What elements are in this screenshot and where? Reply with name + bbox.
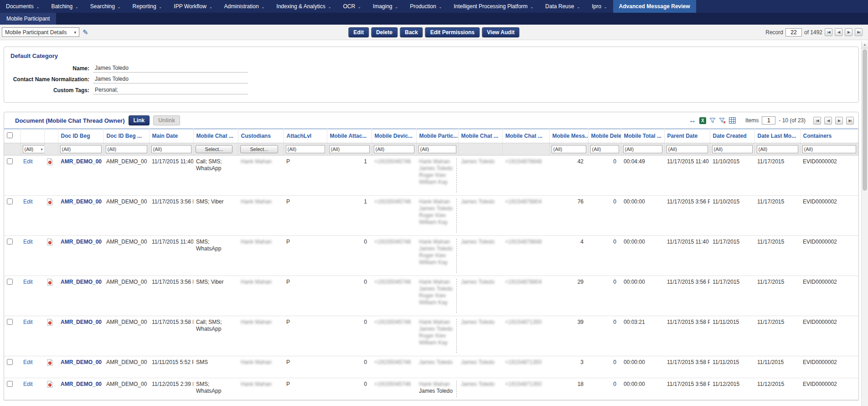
unlink-button[interactable]: Unlink — [153, 115, 180, 125]
filter-input-doc_id_beg[interactable] — [60, 145, 102, 153]
nav-item-ocr[interactable]: OCR⌄ — [337, 0, 367, 13]
filter-input-main_date[interactable] — [151, 145, 191, 153]
filter-icon[interactable] — [709, 117, 716, 124]
doc-id-link[interactable]: AMR_DEMO_00 — [61, 198, 102, 205]
nav-item-searching[interactable]: Searching⌄ — [84, 0, 127, 13]
col-header-mobile_chat_id[interactable]: Mobile Chat ... — [502, 129, 549, 143]
col-header-mobile_device[interactable]: Mobile Devic... — [372, 129, 416, 143]
col-header-custodians[interactable]: Custodians — [238, 129, 284, 143]
excel-export-icon[interactable]: X — [699, 117, 706, 124]
filter-input-mobile_messages[interactable] — [552, 145, 586, 153]
back-button[interactable]: Back — [400, 27, 423, 37]
nav-item-indexing-analytics[interactable]: Indexing & Analytics⌄ — [270, 0, 337, 13]
col-header-date_created[interactable]: Date Created — [710, 129, 754, 143]
filter-input-parent_date[interactable] — [666, 145, 708, 153]
last-record-button[interactable]: ▶| — [855, 28, 863, 36]
filter-input-date_created[interactable] — [712, 145, 753, 153]
nav-item-documents[interactable]: Documents⌄ — [0, 0, 45, 13]
view-audit-button[interactable]: View Audit — [482, 27, 520, 37]
select-all-checkbox[interactable] — [7, 132, 13, 138]
prev-page-button[interactable]: ◀ — [824, 117, 832, 125]
last-page-button[interactable]: ▶| — [846, 117, 854, 125]
edit-view-pencil-icon[interactable]: ✎ — [83, 28, 88, 36]
pdf-icon[interactable] — [47, 319, 53, 326]
col-header-mobile_total[interactable]: Mobile Total ... — [621, 129, 664, 143]
filter-input-mobile_deleted[interactable] — [590, 145, 619, 153]
row-checkbox[interactable] — [7, 359, 13, 365]
nav-item-production[interactable]: Production⌄ — [404, 0, 448, 13]
delete-button[interactable]: Delete — [371, 27, 398, 37]
row-edit-link[interactable]: Edit — [23, 239, 33, 245]
row-checkbox[interactable] — [7, 279, 13, 285]
filter-input-mobile_total[interactable] — [623, 145, 662, 153]
first-record-button[interactable]: |◀ — [825, 28, 832, 36]
filter-input-containers[interactable] — [802, 145, 857, 153]
nav-item-advanced-message-review[interactable]: Advanced Message Review — [613, 0, 696, 13]
filter-select-button-mobile_chat_types[interactable]: Select... — [196, 145, 233, 153]
pdf-icon[interactable] — [47, 239, 53, 245]
nav-item-administration[interactable]: Administration⌄ — [218, 0, 271, 13]
row-checkbox[interactable] — [7, 381, 13, 387]
prev-record-button[interactable]: ◀ — [835, 28, 842, 36]
nav-item-ipro[interactable]: Ipro⌄ — [586, 0, 613, 13]
filter-select-button-custodians[interactable]: Select... — [240, 145, 279, 153]
vertical-scrollbar[interactable]: ▲ — [861, 41, 868, 406]
nav-item-intelligent-processing-platform[interactable]: Intelligent Processing Platform⌄ — [448, 0, 539, 13]
filter-input-mobile_attach[interactable] — [329, 145, 370, 153]
row-checkbox[interactable] — [7, 239, 13, 245]
pdf-icon[interactable] — [47, 359, 53, 366]
row-edit-link[interactable]: Edit — [23, 381, 33, 387]
doc-id-link[interactable]: AMR_DEMO_00 — [61, 279, 102, 285]
clear-filter-icon[interactable] — [719, 117, 726, 124]
nav-item-ipp-workflow[interactable]: IPP Workflow⌄ — [168, 0, 218, 13]
col-header-mobile_chat_types[interactable]: Mobile Chat ... — [193, 129, 238, 143]
row-edit-link[interactable]: Edit — [23, 158, 33, 165]
row-checkbox[interactable] — [7, 319, 13, 325]
edit-permissions-button[interactable]: Edit Permissions — [425, 27, 480, 37]
col-header-containers[interactable]: Containers — [800, 129, 858, 143]
pdf-icon[interactable] — [47, 279, 53, 286]
col-header-mobile_participants[interactable]: Mobile Partic... — [416, 129, 458, 143]
doc-id-link[interactable]: AMR_DEMO_00 — [61, 381, 102, 387]
pdf-icon[interactable] — [47, 381, 53, 388]
expand-columns-icon[interactable]: ↔ — [689, 116, 696, 125]
col-header-doc_id_beg[interactable]: Doc ID Beg — [58, 129, 103, 143]
row-edit-link[interactable]: Edit — [23, 198, 33, 205]
grid-options-icon[interactable] — [729, 117, 736, 124]
col-header-parent_date[interactable]: Parent Date — [664, 129, 710, 143]
nav-item-data-reuse[interactable]: Data Reuse⌄ — [539, 0, 586, 13]
tab-mobile-participant[interactable]: Mobile Participant — [0, 13, 56, 25]
view-selector-dropdown[interactable]: Mobile Participant Details ▾ — [2, 27, 79, 37]
col-header-main_date[interactable]: Main Date — [149, 129, 193, 143]
filter-rows-dropdown[interactable]: (All)▾ — [23, 145, 45, 153]
col-header-date_last_mod[interactable]: Date Last Mo... — [754, 129, 800, 143]
col-header-mobile_chat_owner[interactable]: Mobile Chat ... — [458, 129, 502, 143]
col-header-mobile_messages[interactable]: Mobile Mess... — [549, 129, 588, 143]
scrollbar-thumb[interactable] — [863, 49, 867, 191]
filter-input-date_last_mod[interactable] — [757, 145, 798, 153]
nav-item-batching[interactable]: Batching⌄ — [45, 0, 84, 13]
row-edit-link[interactable]: Edit — [23, 359, 33, 365]
col-header-doc_id_beg_attach[interactable]: Doc ID Beg ... — [103, 129, 149, 143]
col-header-mobile_deleted[interactable]: Mobile Delet... — [588, 129, 621, 143]
row-checkbox[interactable] — [7, 198, 13, 204]
record-number-input[interactable] — [785, 28, 802, 36]
doc-id-link[interactable]: AMR_DEMO_00 — [61, 359, 102, 365]
pdf-icon[interactable] — [47, 198, 53, 205]
items-page-input[interactable] — [762, 116, 775, 125]
nav-item-imaging[interactable]: Imaging⌄ — [367, 0, 404, 13]
row-edit-link[interactable]: Edit — [23, 279, 33, 285]
scroll-up-button[interactable]: ▲ — [862, 41, 868, 48]
pdf-icon[interactable] — [47, 158, 53, 165]
doc-id-link[interactable]: AMR_DEMO_00 — [61, 239, 102, 245]
link-button[interactable]: Link — [129, 115, 150, 125]
first-page-button[interactable]: |◀ — [813, 117, 821, 125]
next-record-button[interactable]: ▶ — [845, 28, 852, 36]
filter-input-mobile_participants[interactable] — [418, 145, 456, 153]
next-page-button[interactable]: ▶ — [835, 117, 843, 125]
filter-input-doc_id_beg_attach[interactable] — [106, 145, 147, 153]
row-edit-link[interactable]: Edit — [23, 319, 33, 325]
filter-input-mobile_device[interactable] — [374, 145, 414, 153]
col-header-mobile_attach[interactable]: Mobile Attac... — [327, 129, 372, 143]
doc-id-link[interactable]: AMR_DEMO_00 — [61, 158, 102, 165]
